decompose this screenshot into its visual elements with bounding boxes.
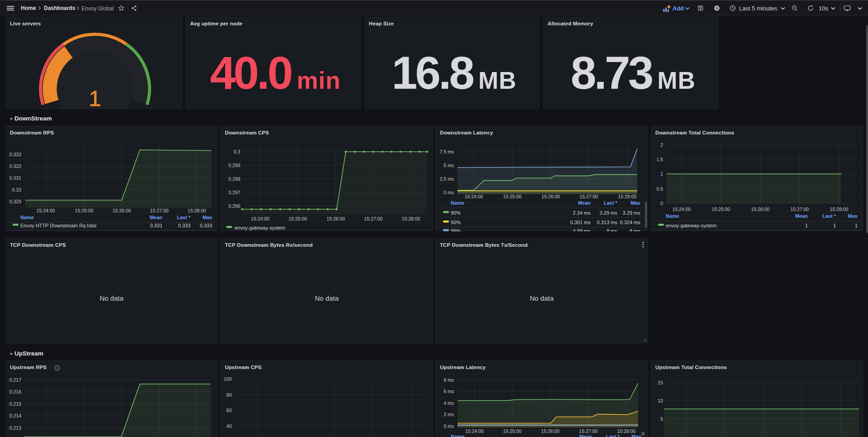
svg-text:60: 60: [226, 408, 232, 413]
svg-text:15:27:00: 15:27:00: [150, 208, 169, 213]
svg-text:15: 15: [658, 380, 663, 385]
svg-text:2.34 ms: 2.34 ms: [573, 210, 591, 216]
svg-text:0.3: 0.3: [234, 149, 240, 154]
svg-text:Name: Name: [451, 200, 464, 206]
svg-text:Mean: Mean: [578, 200, 591, 206]
svg-text:3.29 ms: 3.29 ms: [600, 210, 618, 216]
svg-text:80: 80: [226, 392, 232, 398]
svg-text:Mean: Mean: [150, 215, 162, 220]
svg-text:15:26:00: 15:26:00: [327, 216, 345, 221]
svg-text:envoy-gateway-system: envoy-gateway-system: [666, 223, 717, 228]
svg-text:15:28:00: 15:28:00: [618, 194, 637, 199]
svg-text:8 ms: 8 ms: [630, 228, 640, 231]
svg-text:1.5: 1.5: [656, 157, 663, 162]
svg-text:0.331: 0.331: [10, 175, 21, 181]
svg-text:2: 2: [660, 142, 663, 148]
svg-text:Envoy HTTP Downstream Rq total: Envoy HTTP Downstream Rq total: [20, 223, 96, 228]
svg-text:50%: 50%: [451, 220, 461, 225]
svg-text:15:25:00: 15:25:00: [712, 206, 730, 212]
svg-text:5: 5: [660, 416, 663, 422]
svg-text:0.5: 0.5: [656, 186, 663, 192]
svg-text:1: 1: [660, 171, 663, 177]
svg-text:Last *: Last *: [604, 200, 618, 206]
svg-text:Name: Name: [451, 434, 464, 437]
svg-text:40: 40: [226, 423, 232, 429]
svg-text:15:27:00: 15:27:00: [364, 216, 383, 221]
svg-text:Name: Name: [20, 215, 34, 220]
svg-text:100: 100: [224, 376, 232, 382]
svg-text:15:27:00: 15:27:00: [791, 206, 809, 212]
svg-text:0.324 ms: 0.324 ms: [620, 220, 641, 225]
svg-text:15:24:00: 15:24:00: [465, 194, 483, 199]
svg-text:15:26:00: 15:26:00: [541, 428, 560, 434]
svg-text:6 ms: 6 ms: [444, 389, 454, 394]
svg-text:0.296: 0.296: [229, 203, 240, 209]
svg-text:2 ms: 2 ms: [444, 412, 454, 417]
svg-text:1: 1: [833, 223, 836, 228]
svg-text:0.214: 0.214: [10, 413, 21, 418]
svg-text:15:24:00: 15:24:00: [672, 206, 691, 212]
svg-text:15:28:00: 15:28:00: [830, 206, 849, 212]
svg-text:0.297: 0.297: [229, 190, 240, 195]
svg-text:Mean: Mean: [795, 213, 808, 219]
svg-text:15:26:00: 15:26:00: [751, 206, 770, 212]
svg-text:0.313 ms: 0.313 ms: [597, 220, 618, 225]
svg-text:1: 1: [805, 223, 808, 228]
svg-text:2.5 ms: 2.5 ms: [439, 176, 454, 182]
svg-text:15:24:00: 15:24:00: [37, 208, 55, 213]
svg-text:Max: Max: [848, 213, 858, 219]
svg-text:Last *: Last *: [606, 434, 620, 437]
svg-text:Last *: Last *: [822, 213, 836, 219]
svg-text:15:24:00: 15:24:00: [251, 216, 270, 221]
svg-text:99%: 99%: [451, 228, 461, 231]
svg-text:Max: Max: [203, 215, 213, 220]
svg-text:0.301 ms: 0.301 ms: [570, 220, 591, 225]
svg-text:0.33: 0.33: [12, 187, 22, 192]
svg-text:0.333: 0.333: [178, 223, 191, 228]
svg-text:Mean: Mean: [579, 434, 592, 437]
svg-text:0.331: 0.331: [150, 223, 162, 228]
svg-text:0.299: 0.299: [229, 163, 240, 168]
svg-text:4.89 ms: 4.89 ms: [573, 228, 591, 231]
svg-text:0: 0: [660, 201, 663, 206]
svg-text:0.216: 0.216: [10, 389, 21, 394]
svg-text:0.333: 0.333: [10, 152, 21, 157]
svg-text:10: 10: [658, 398, 663, 403]
svg-text:90%: 90%: [451, 210, 461, 216]
svg-text:0.217: 0.217: [10, 377, 21, 383]
svg-text:4 ms: 4 ms: [444, 400, 454, 406]
svg-text:15:24:00: 15:24:00: [465, 428, 484, 434]
svg-text:0 ms: 0 ms: [444, 190, 454, 195]
svg-text:15:26:00: 15:26:00: [542, 194, 560, 199]
svg-text:Last *: Last *: [177, 215, 191, 220]
svg-text:1: 1: [89, 86, 101, 109]
svg-text:3.29 ms: 3.29 ms: [623, 210, 641, 216]
svg-text:Max: Max: [631, 200, 641, 206]
svg-text:15:27:00: 15:27:00: [579, 428, 598, 434]
svg-text:0.329: 0.329: [10, 199, 21, 204]
svg-text:0 ms: 0 ms: [444, 423, 454, 429]
svg-text:0.215: 0.215: [10, 401, 21, 407]
svg-text:0.332: 0.332: [10, 163, 21, 169]
svg-text:15:25:00: 15:25:00: [289, 216, 307, 221]
svg-text:Max: Max: [632, 434, 642, 437]
svg-text:0.298: 0.298: [229, 176, 240, 182]
svg-text:Name: Name: [666, 213, 679, 219]
svg-text:15:25:00: 15:25:00: [75, 208, 94, 213]
svg-text:7.5 ms: 7.5 ms: [439, 149, 454, 154]
svg-text:15:28:00: 15:28:00: [617, 428, 636, 434]
svg-text:15:25:00: 15:25:00: [503, 428, 522, 434]
svg-text:8 ms: 8 ms: [444, 377, 454, 383]
svg-text:15:25:00: 15:25:00: [503, 194, 522, 199]
svg-text:0.333: 0.333: [200, 223, 212, 228]
svg-text:15:26:00: 15:26:00: [113, 208, 131, 213]
svg-text:0.213: 0.213: [10, 425, 21, 431]
svg-text:8 ms: 8 ms: [606, 228, 617, 231]
svg-text:15:28:00: 15:28:00: [188, 208, 206, 213]
svg-text:1: 1: [855, 223, 858, 228]
svg-text:15:28:00: 15:28:00: [402, 216, 420, 221]
svg-text:15:27:00: 15:27:00: [580, 194, 598, 199]
svg-text:5 ms: 5 ms: [444, 163, 454, 168]
svg-text:envoy-gateway-system: envoy-gateway-system: [234, 225, 286, 231]
